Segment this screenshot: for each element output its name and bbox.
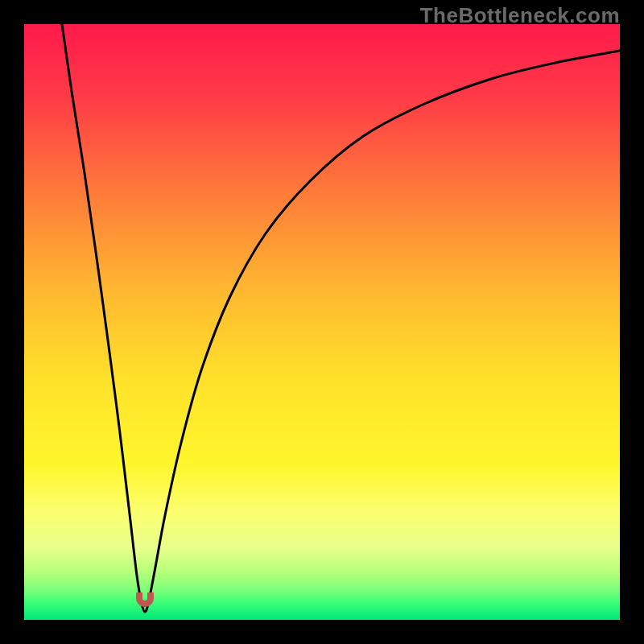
bottleneck-curve (62, 24, 620, 612)
plot-area (24, 24, 620, 620)
chart-frame: TheBottleneck.com (0, 0, 644, 644)
curve-layer (24, 24, 620, 620)
optimum-marker (136, 592, 154, 607)
